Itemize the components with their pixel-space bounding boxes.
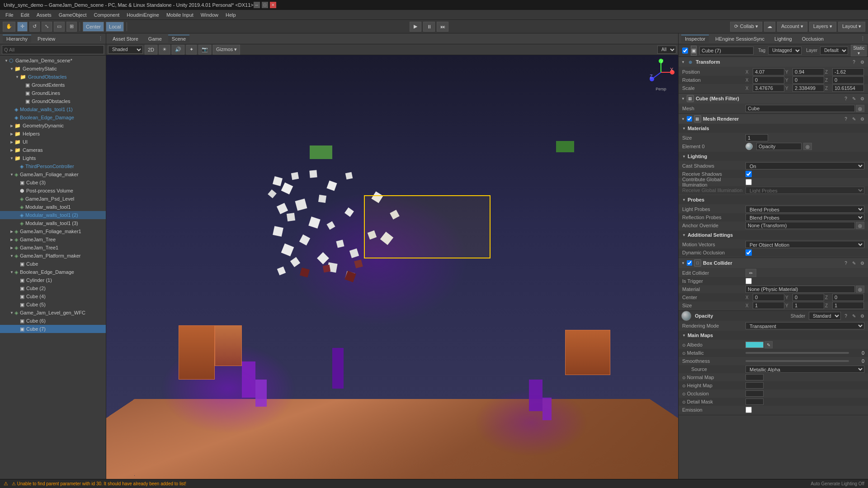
- all-select[interactable]: All: [657, 46, 676, 54]
- occlusion-swatch[interactable]: [745, 390, 764, 397]
- center-x[interactable]: [753, 294, 784, 301]
- step-button[interactable]: ⏭: [437, 22, 448, 32]
- local-global-button[interactable]: Local: [106, 22, 124, 32]
- material-header[interactable]: Opacity Shader Standard ? ✎ ⚙: [679, 311, 868, 321]
- hierarchy-search[interactable]: [2, 45, 104, 54]
- box-collider-header[interactable]: ▼ □ Box Collider ? ✎ ⚙: [679, 258, 868, 268]
- tab-asset-store[interactable]: Asset Store: [109, 35, 142, 42]
- collider-material-input[interactable]: [745, 286, 855, 293]
- box-collider-edit-btn[interactable]: ✎: [851, 260, 857, 266]
- box-collider-help-btn[interactable]: ?: [843, 260, 849, 266]
- material-help-btn[interactable]: ?: [843, 313, 849, 319]
- 2d-toggle[interactable]: 2D: [145, 45, 157, 55]
- material-edit-btn[interactable]: ✎: [851, 313, 857, 319]
- minimize-button[interactable]: ─: [254, 2, 260, 8]
- size-z[interactable]: [832, 302, 864, 309]
- element0-input[interactable]: [756, 143, 802, 150]
- center-y[interactable]: [793, 294, 824, 301]
- hierarchy-item-modular-walls-3[interactable]: ◈ Modular_walls_tool1 (3): [0, 219, 106, 227]
- dynamic-occlusion-checkbox[interactable]: [745, 249, 752, 256]
- menu-mobile-input[interactable]: Mobile Input: [163, 11, 197, 19]
- layout-button[interactable]: Layout ▾: [838, 22, 865, 32]
- scale-x[interactable]: [753, 84, 784, 92]
- pause-button[interactable]: ⏸: [423, 22, 435, 32]
- scale-z[interactable]: [832, 84, 864, 92]
- hierarchy-item-cube3[interactable]: ▣ Cube (3): [0, 178, 106, 187]
- mesh-select-btn[interactable]: ◎: [856, 105, 864, 112]
- mesh-renderer-settings-btn[interactable]: ⚙: [859, 116, 865, 122]
- is-trigger-checkbox[interactable]: [745, 278, 752, 284]
- hierarchy-item-psd-level[interactable]: ◈ GameJam_Psd_Level: [0, 195, 106, 203]
- materials-section[interactable]: ▼ Materials: [679, 124, 868, 133]
- menu-window[interactable]: Window: [197, 11, 222, 19]
- hierarchy-item-scene-root[interactable]: ▼ ⬡ GameJam_Demo_scene*: [0, 56, 106, 65]
- position-z[interactable]: [832, 68, 864, 75]
- fx-toggle[interactable]: ✦: [186, 45, 197, 55]
- menu-edit[interactable]: Edit: [17, 11, 33, 19]
- hierarchy-item-cube4[interactable]: ▣ Cube (4): [0, 292, 106, 300]
- edit-collider-btn[interactable]: ✏: [745, 269, 756, 277]
- scale-y[interactable]: [793, 84, 824, 92]
- size-y[interactable]: [793, 302, 824, 309]
- tool-move[interactable]: ✛: [17, 22, 28, 32]
- mesh-filter-settings-btn[interactable]: ⚙: [859, 95, 865, 102]
- pivot-center-button[interactable]: Center: [83, 22, 104, 32]
- smoothness-slider-track[interactable]: [745, 360, 849, 362]
- tab-inspector[interactable]: Inspector: [681, 35, 709, 42]
- hierarchy-item-lights[interactable]: ▼ 📁 Lights: [0, 154, 106, 162]
- tab-lighting[interactable]: Lighting: [771, 35, 796, 42]
- element0-select-btn[interactable]: ◎: [803, 143, 812, 150]
- receive-gi-select[interactable]: Light Probes: [745, 187, 864, 194]
- source-select[interactable]: Metallic Alpha Albedo Alpha: [745, 366, 864, 373]
- shading-mode-select[interactable]: Shaded Wireframe: [108, 46, 143, 54]
- materials-size-input[interactable]: [745, 134, 768, 141]
- hierarchy-item-tree[interactable]: ▶ ◈ GameJam_Tree: [0, 235, 106, 244]
- menu-assets[interactable]: Assets: [33, 11, 55, 19]
- lighting-section[interactable]: ▼ Lighting: [679, 152, 868, 161]
- tab-hengine[interactable]: HEngine SessionSync: [712, 35, 768, 42]
- hierarchy-item-thirdperson[interactable]: ◈ ThirdPersonController: [0, 162, 106, 170]
- hierarchy-item-modular-walls-2[interactable]: ◈ Modular_walls_tool1 (2): [0, 211, 106, 219]
- object-name-input[interactable]: [699, 47, 754, 55]
- mesh-filter-header[interactable]: ▼ ▦ Cube (Mesh Filter) ? ✎ ⚙: [679, 94, 868, 103]
- rendering-mode-select[interactable]: Transparent Opaque Cutout Fade: [745, 322, 864, 329]
- center-z[interactable]: [832, 294, 864, 301]
- hierarchy-item-cube-child[interactable]: ▣ Cube: [0, 260, 106, 268]
- hierarchy-item-cameras[interactable]: ▶ 📁 Cameras: [0, 146, 106, 154]
- anchor-override-input[interactable]: [745, 222, 855, 229]
- mesh-filter-help-btn[interactable]: ?: [843, 95, 849, 102]
- menu-houdiniengine[interactable]: HoudiniEngine: [123, 11, 163, 19]
- hierarchy-item-platform[interactable]: ▼ ◈ GameJam_Platform_maker: [0, 252, 106, 260]
- hierarchy-item-bool-edge[interactable]: ◈ Boolean_Edge_Damage: [0, 113, 106, 122]
- maximize-button[interactable]: □: [262, 2, 268, 8]
- mesh-renderer-header[interactable]: ▼ ▦ Mesh Renderer ? ✎ ⚙: [679, 114, 868, 124]
- lighting-toggle[interactable]: ☀: [159, 45, 170, 55]
- hierarchy-item-geo-static[interactable]: ▼ 📁 GeometryStatic: [0, 65, 106, 73]
- height-map-swatch[interactable]: [745, 382, 764, 389]
- hierarchy-item-cube2-child[interactable]: ▣ Cube (2): [0, 284, 106, 292]
- hierarchy-item-helpers[interactable]: ▶ 📁 Helpers: [0, 130, 106, 138]
- play-button[interactable]: ▶: [410, 22, 421, 32]
- hierarchy-item-cube6[interactable]: ▣ Cube (6): [0, 317, 106, 325]
- additional-settings-section[interactable]: ▼ Additional Settings: [679, 230, 868, 239]
- menu-gameobject[interactable]: GameObject: [55, 11, 90, 19]
- albedo-edit-btn[interactable]: ✎: [764, 341, 773, 348]
- tab-hierarchy[interactable]: Hierarchy: [3, 35, 31, 42]
- hierarchy-item-bool-edge2[interactable]: ▼ ◈ Boolean_Edge_Damage: [0, 268, 106, 276]
- reflection-probes-select[interactable]: Blend Probes: [745, 214, 864, 221]
- normal-map-swatch[interactable]: [745, 374, 764, 380]
- light-probes-select[interactable]: Blend Probes: [745, 206, 864, 213]
- tab-game[interactable]: Game: [145, 35, 165, 42]
- hierarchy-item-tree1[interactable]: ▶ ◈ GameJam_Tree1: [0, 244, 106, 252]
- transform-help-btn[interactable]: ?: [851, 59, 857, 65]
- size-x[interactable]: [753, 302, 784, 309]
- inspector-menu-icon[interactable]: ⋮: [860, 36, 865, 42]
- tool-scale[interactable]: ⤡: [42, 22, 52, 32]
- box-collider-enabled-checkbox[interactable]: [687, 260, 692, 266]
- menu-file[interactable]: File: [2, 11, 17, 19]
- hierarchy-item-geo-dynamic[interactable]: ▶ 📁 GeometryDynamic: [0, 122, 106, 130]
- hierarchy-item-cube5[interactable]: ▣ Cube (5): [0, 300, 106, 309]
- mesh-filter-edit-btn[interactable]: ✎: [851, 95, 857, 102]
- transform-settings-btn[interactable]: ⚙: [859, 59, 865, 65]
- mesh-renderer-enabled-checkbox[interactable]: [687, 116, 692, 122]
